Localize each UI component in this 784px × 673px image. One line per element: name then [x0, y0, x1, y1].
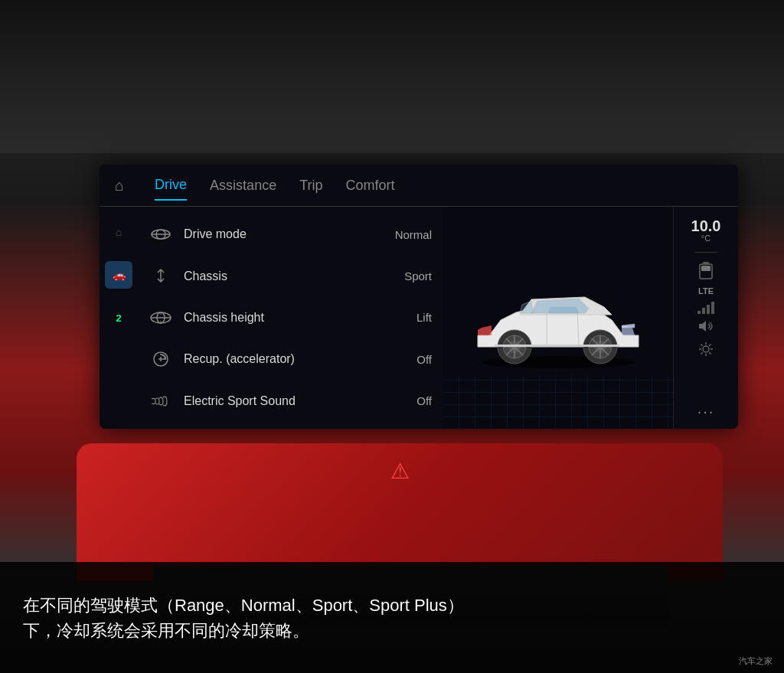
more-dots[interactable]: ... [697, 400, 715, 417]
bottom-text-area: 在不同的驾驶模式（Range、Normal、Sport、Sport Plus） … [0, 562, 784, 673]
home-icon[interactable]: ⌂ [115, 177, 124, 194]
car-interior-background: ⌂ Drive Assistance Trip Comfort ⌂ [0, 0, 784, 673]
right-status-bar: 10.0 °C LTE [673, 207, 738, 429]
watermark-text: 汽车之家 [739, 655, 773, 667]
drive-mode-value: Normal [395, 228, 432, 241]
settings-icon [698, 341, 714, 357]
temperature-unit: °C [691, 234, 721, 243]
recup-value: Off [416, 353, 432, 366]
screen-inner: ⌂ Drive Assistance Trip Comfort ⌂ [100, 165, 738, 429]
temperature-value: 10.0 [691, 218, 721, 234]
car-silhouette [455, 263, 662, 373]
chassis-value: Sport [404, 270, 432, 283]
badge-sidebar-icon[interactable]: 2 [105, 304, 132, 332]
car-svg [455, 263, 662, 370]
nav-tabs: ⌂ Drive Assistance Trip Comfort [100, 165, 738, 207]
chassis-label: Chassis [184, 270, 393, 283]
car-sidebar-icon[interactable]: 🚗 [105, 261, 132, 289]
signal-icon [697, 302, 714, 314]
svg-point-35 [703, 346, 709, 352]
tab-comfort[interactable]: Comfort [346, 172, 395, 200]
drive-mode-item[interactable]: Drive mode Normal [138, 221, 443, 247]
center-console: ⚠ [77, 443, 723, 581]
tab-drive[interactable]: Drive [155, 171, 187, 201]
svg-rect-34 [711, 302, 714, 314]
chassis-height-item[interactable]: Chassis height Lift [138, 305, 443, 331]
volume-icon [697, 320, 714, 332]
chassis-item[interactable]: Chassis Sport [138, 262, 443, 291]
lte-label: LTE [698, 286, 714, 296]
side-icon-bar: ⌂ 🚗 2 [100, 207, 138, 429]
grid-floor [443, 375, 673, 429]
content-area: ⌂ 🚗 2 [100, 207, 738, 429]
recup-label: Recup. (accelerator) [184, 352, 405, 366]
electric-sound-item[interactable]: Electric Sport Sound Off [138, 388, 443, 414]
bottom-caption-line1: 在不同的驾驶模式（Range、Normal、Sport、Sport Plus） [23, 593, 761, 618]
warning-triangle-icon: ⚠ [390, 459, 410, 484]
recup-item[interactable]: Recup. (accelerator) Off [138, 345, 443, 374]
home-sidebar-icon[interactable]: ⌂ [105, 218, 132, 246]
chassis-height-label: Chassis height [184, 311, 405, 325]
tab-assistance[interactable]: Assistance [210, 172, 276, 200]
chassis-height-value: Lift [416, 311, 432, 324]
electric-sound-label: Electric Sport Sound [184, 394, 405, 408]
svg-rect-31 [697, 311, 701, 314]
chassis-height-icon [149, 312, 172, 324]
svg-rect-32 [702, 308, 705, 314]
drive-menu-list: Drive mode Normal Chassis Sport [138, 207, 443, 429]
bottom-caption-line2: 下，冷却系统会采用不同的冷却策略。 [23, 618, 761, 643]
svg-rect-30 [701, 266, 710, 271]
tab-trip[interactable]: Trip [299, 172, 322, 200]
svg-rect-33 [707, 305, 710, 314]
electric-sound-value: Off [416, 394, 432, 407]
infotainment-screen: ⌂ Drive Assistance Trip Comfort ⌂ [100, 165, 738, 429]
battery-icon [699, 262, 713, 280]
temperature-display: 10.0 °C [691, 218, 721, 243]
chassis-icon [149, 268, 172, 285]
dashboard-top [0, 0, 784, 153]
drive-mode-label: Drive mode [184, 227, 384, 241]
drive-mode-icon [149, 229, 172, 240]
car-display-area [443, 207, 673, 429]
recup-icon [149, 351, 172, 368]
electric-sound-icon [149, 395, 172, 407]
